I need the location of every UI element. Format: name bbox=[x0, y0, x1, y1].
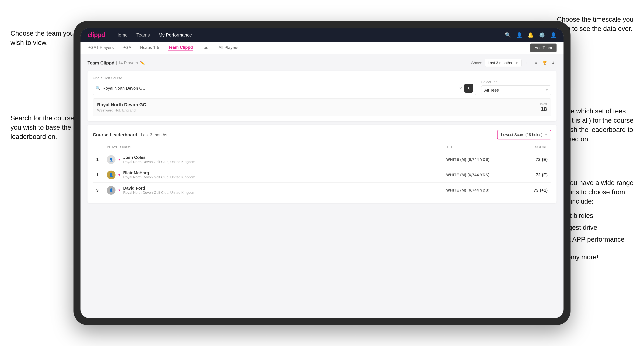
table-row[interactable]: 1 👤 ♥ Blair McHarg Royal North Devon Gol… bbox=[93, 167, 551, 183]
team-header: Team Clippd | 14 Players ✏️ Show: Last 3… bbox=[88, 59, 556, 67]
search-input-wrapper: 🔍 Royal North Devon GC ✕ ★ bbox=[93, 82, 476, 95]
tee-chevron-icon: ▼ bbox=[546, 89, 548, 92]
heart-icon-2[interactable]: ♥ bbox=[118, 173, 120, 177]
nav-home[interactable]: Home bbox=[116, 32, 128, 38]
annotation-top-left: Choose the team you wish to view. bbox=[10, 29, 80, 47]
main-content: Team Clippd | 14 Players ✏️ Show: Last 3… bbox=[80, 54, 564, 208]
edit-icon[interactable]: ✏️ bbox=[140, 61, 145, 65]
avatar-2: 👤 bbox=[107, 171, 116, 179]
player-details-1: Josh Coles Royal North Devon Golf Club, … bbox=[123, 155, 195, 164]
player-details-3: David Ford Royal North Devon Golf Club, … bbox=[123, 186, 195, 195]
player-club-2: Royal North Devon Golf Club, United King… bbox=[123, 175, 195, 179]
score-type-select[interactable]: Lowest Score (18 holes) ▼ bbox=[497, 130, 551, 140]
team-count: | 14 Players bbox=[116, 60, 138, 65]
course-info: Royal North Devon GC Westward Ho!, Engla… bbox=[97, 102, 146, 112]
show-label: Show: bbox=[471, 61, 482, 65]
player-rank-1: 1 bbox=[96, 157, 107, 162]
tab-team-clippd[interactable]: Team Clippd bbox=[168, 45, 193, 51]
tee-value: All Tees bbox=[484, 88, 499, 93]
avatar-3: 👤 bbox=[107, 186, 116, 195]
view-icons: ⊞ ≡ 🏆 ⬇ bbox=[524, 59, 556, 66]
course-result[interactable]: Royal North Devon GC Westward Ho!, Engla… bbox=[93, 98, 551, 116]
show-select[interactable]: Last 3 months ▼ bbox=[485, 59, 522, 67]
player-name-3: David Ford bbox=[123, 186, 195, 191]
tab-pgat-players[interactable]: PGAT Players bbox=[88, 45, 114, 51]
leaderboard-header: Course Leaderboard, Last 3 months Lowest… bbox=[93, 130, 551, 140]
search-icon-inner: 🔍 bbox=[96, 86, 100, 91]
player-info-3: 👤 ♥ David Ford Royal North Devon Golf Cl… bbox=[107, 186, 446, 195]
clear-button[interactable]: ✕ bbox=[459, 86, 462, 90]
tee-field: Select Tee All Tees ▼ bbox=[481, 80, 551, 95]
course-name: Royal North Devon GC bbox=[97, 102, 146, 107]
player-score-1: 72 (E) bbox=[513, 157, 548, 162]
avatar-1: 👤 bbox=[107, 155, 116, 164]
trophy-icon[interactable]: 🏆 bbox=[541, 59, 548, 66]
golf-course-field: Find a Golf Course 🔍 Royal North Devon G… bbox=[93, 76, 476, 95]
table-row[interactable]: 3 👤 ♥ David Ford Royal North Devon Golf … bbox=[93, 183, 551, 198]
leaderboard-card: Course Leaderboard, Last 3 months Lowest… bbox=[88, 125, 556, 203]
tablet-screen: clippd Home Teams My Performance 🔍 👤 🔔 ⚙… bbox=[80, 28, 564, 318]
search-card: Find a Golf Course 🔍 Royal North Devon G… bbox=[88, 71, 556, 121]
leaderboard-subtitle: Last 3 months bbox=[141, 133, 167, 137]
player-details-2: Blair McHarg Royal North Devon Golf Club… bbox=[123, 170, 195, 179]
list-view-icon[interactable]: ≡ bbox=[533, 59, 540, 66]
tab-bar: PGAT Players PGA Hcaps 1-5 Team Clippd T… bbox=[80, 42, 564, 54]
nav-icons: 🔍 👤 🔔 ⚙️ 👤 bbox=[505, 32, 556, 38]
tee-select[interactable]: All Tees ▼ bbox=[481, 85, 551, 95]
course-location: Westward Ho!, England bbox=[97, 108, 146, 112]
grid-view-icon[interactable]: ⊞ bbox=[524, 59, 531, 66]
player-info-1: 👤 ♥ Josh Coles Royal North Devon Golf Cl… bbox=[107, 155, 446, 164]
player-tee-2: White (M) (6,744 yds) bbox=[446, 173, 513, 177]
nav-links: Home Teams My Performance bbox=[116, 32, 494, 38]
score-type-text: Lowest Score (18 holes) bbox=[501, 133, 542, 137]
holes-info: Holes 18 bbox=[538, 102, 547, 112]
player-score-2: 72 (E) bbox=[513, 173, 548, 177]
leaderboard-title: Course Leaderboard, Last 3 months bbox=[93, 132, 167, 138]
table-row[interactable]: 1 👤 ♥ Josh Coles Royal North Devon Golf … bbox=[93, 152, 551, 167]
settings-icon[interactable]: ⚙️ bbox=[539, 32, 545, 38]
col-tee-header: TEE bbox=[446, 145, 513, 149]
player-rank-2: 1 bbox=[96, 173, 107, 177]
download-icon[interactable]: ⬇ bbox=[550, 59, 556, 66]
app-logo: clippd bbox=[88, 31, 105, 39]
player-name-2: Blair McHarg bbox=[123, 170, 195, 175]
find-course-label: Find a Golf Course bbox=[93, 76, 476, 80]
app-navbar: clippd Home Teams My Performance 🔍 👤 🔔 ⚙… bbox=[80, 28, 564, 42]
tee-label: Select Tee bbox=[481, 80, 551, 84]
avatar-icon[interactable]: 👤 bbox=[550, 32, 556, 38]
team-title: Team Clippd bbox=[88, 60, 114, 66]
heart-icon-3[interactable]: ♥ bbox=[118, 188, 120, 192]
player-tee-3: White (M) (6,744 yds) bbox=[446, 188, 513, 192]
annotation-left-middle: Search for the courseyou wish to base th… bbox=[10, 114, 74, 142]
tab-pga[interactable]: PGA bbox=[122, 45, 132, 51]
tab-hcaps[interactable]: Hcaps 1-5 bbox=[140, 45, 159, 51]
search-row: Find a Golf Course 🔍 Royal North Devon G… bbox=[93, 76, 551, 95]
star-button[interactable]: ★ bbox=[464, 84, 473, 93]
tab-tour[interactable]: Tour bbox=[202, 45, 210, 51]
add-team-button[interactable]: Add Team bbox=[530, 43, 556, 52]
heart-icon-1[interactable]: ♥ bbox=[118, 158, 120, 162]
player-club-1: Royal North Devon Golf Club, United King… bbox=[123, 160, 195, 164]
leaderboard-table-header: PLAYER NAME TEE SCORE bbox=[93, 144, 551, 151]
player-tee-1: White (M) (6,744 yds) bbox=[446, 157, 513, 162]
show-value: Last 3 months bbox=[488, 61, 512, 65]
search-input-text[interactable]: Royal North Devon GC bbox=[102, 86, 457, 91]
col-rank-header bbox=[96, 145, 107, 149]
tab-all-players[interactable]: All Players bbox=[218, 45, 238, 51]
nav-my-performance[interactable]: My Performance bbox=[158, 32, 192, 38]
user-icon[interactable]: 👤 bbox=[516, 32, 522, 38]
chevron-down-icon: ▼ bbox=[515, 61, 518, 65]
search-icon[interactable]: 🔍 bbox=[505, 32, 511, 38]
player-rank-3: 3 bbox=[96, 188, 107, 193]
col-score-header: SCORE bbox=[513, 145, 548, 149]
score-chevron-icon: ▼ bbox=[544, 133, 548, 136]
holes-label: Holes bbox=[538, 102, 547, 106]
tablet-frame: clippd Home Teams My Performance 🔍 👤 🔔 ⚙… bbox=[74, 21, 570, 325]
nav-teams[interactable]: Teams bbox=[136, 32, 150, 38]
bell-icon[interactable]: 🔔 bbox=[528, 32, 534, 38]
player-club-3: Royal North Devon Golf Club, United King… bbox=[123, 191, 195, 195]
player-info-2: 👤 ♥ Blair McHarg Royal North Devon Golf … bbox=[107, 170, 446, 179]
player-score-3: 73 (+1) bbox=[513, 188, 548, 193]
show-controls: Show: Last 3 months ▼ ⊞ ≡ 🏆 ⬇ bbox=[471, 59, 556, 67]
holes-number: 18 bbox=[538, 106, 547, 112]
